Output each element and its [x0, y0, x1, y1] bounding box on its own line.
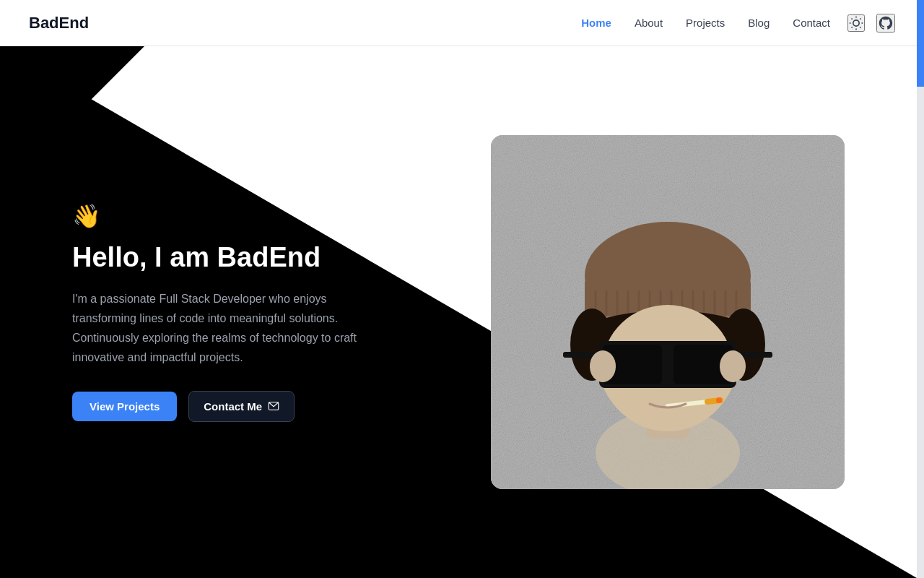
contact-me-button[interactable]: Contact Me: [188, 391, 295, 422]
hero-image-container: [491, 135, 845, 489]
hero-image: [491, 135, 845, 489]
wave-emoji: 👋: [72, 202, 419, 230]
nav-projects[interactable]: Projects: [686, 17, 725, 30]
hero-title: Hello, I am BadEnd: [72, 241, 419, 275]
github-button[interactable]: [876, 14, 895, 33]
nav-blog[interactable]: Blog: [748, 17, 770, 30]
svg-line-7: [852, 27, 853, 27]
svg-point-44: [716, 397, 722, 403]
nav-blog-link[interactable]: Blog: [748, 17, 770, 29]
hero-text: 👋 Hello, I am BadEnd I'm a passionate Fu…: [72, 202, 419, 421]
scrollbar-thumb[interactable]: [917, 0, 924, 87]
svg-rect-39: [662, 355, 674, 363]
hero-description: I'm a passionate Full Stack Developer wh…: [72, 289, 390, 368]
svg-point-45: [590, 350, 616, 382]
nav-about[interactable]: About: [635, 17, 663, 30]
nav-projects-link[interactable]: Projects: [686, 17, 725, 29]
brand-logo[interactable]: BadEnd: [29, 14, 89, 33]
navbar: BadEnd Home About Projects Blog Contact: [0, 0, 924, 46]
svg-line-4: [860, 27, 860, 27]
nav-contact-link[interactable]: Contact: [793, 17, 830, 29]
github-icon: [878, 15, 894, 31]
nav-links: Home About Projects Blog Contact: [581, 17, 830, 30]
svg-point-46: [720, 350, 746, 382]
nav-home[interactable]: Home: [581, 17, 611, 30]
svg-line-3: [852, 18, 853, 19]
avatar-svg: [491, 135, 845, 489]
theme-toggle-button[interactable]: [847, 14, 865, 32]
nav-home-link[interactable]: Home: [581, 17, 611, 29]
svg-line-8: [860, 18, 860, 19]
envelope-icon: [268, 402, 279, 410]
scrollbar[interactable]: [917, 0, 924, 578]
hero-section: 👋 Hello, I am BadEnd I'm a passionate Fu…: [0, 46, 917, 578]
hero-buttons: View Projects Contact Me: [72, 391, 419, 422]
nav-contact[interactable]: Contact: [793, 17, 830, 30]
navbar-icons: [847, 14, 895, 33]
main-content: 👋 Hello, I am BadEnd I'm a passionate Fu…: [0, 46, 917, 578]
sun-icon: [849, 16, 863, 30]
nav-about-link[interactable]: About: [635, 17, 663, 29]
svg-point-0: [853, 20, 859, 25]
view-projects-button[interactable]: View Projects: [72, 392, 177, 421]
